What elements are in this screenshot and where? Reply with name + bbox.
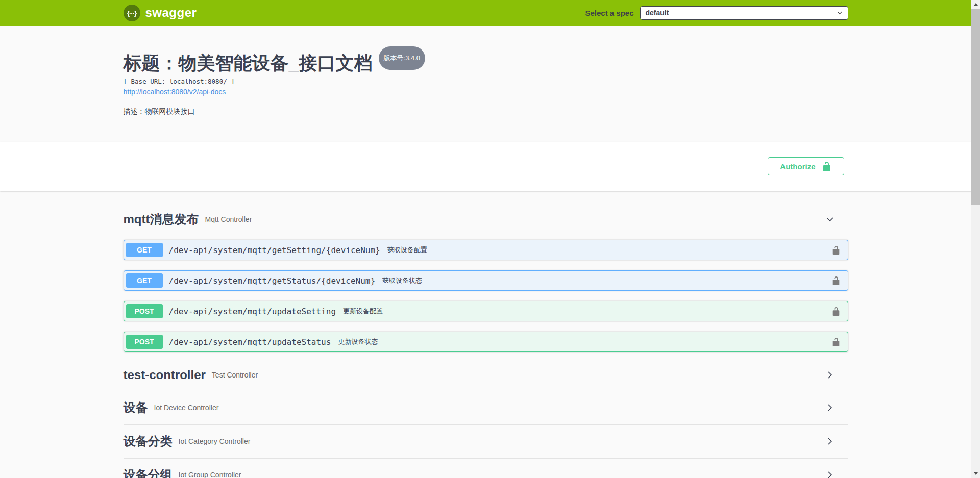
chevron-down-icon xyxy=(837,10,843,16)
method-badge: POST xyxy=(126,335,163,349)
unlock-icon xyxy=(822,161,832,171)
lock-icon-button[interactable] xyxy=(831,337,841,346)
chevron-right-icon xyxy=(825,470,835,478)
operation-row-getStatus[interactable]: GET /dev-api/system/mqtt/getStatus/{devi… xyxy=(124,270,848,291)
info-section: 标题：物美智能设备_接口文档版本号:3.4.0 [ Base URL: loca… xyxy=(0,26,971,142)
section-title: 设备分组 xyxy=(124,467,173,478)
section-header-iot-group[interactable]: 设备分组 Iot Group Controller xyxy=(124,459,848,478)
swagger-logo-link[interactable]: {···} swagger xyxy=(124,5,197,21)
operation-row-updateSetting[interactable]: POST /dev-api/system/mqtt/updateSetting … xyxy=(124,301,848,321)
operations-list: mqtt消息发布 Mqtt Controller GET /dev-api/sy… xyxy=(124,191,848,478)
section-controller-name: Iot Group Controller xyxy=(179,471,241,478)
section-header-iot-category[interactable]: 设备分类 Iot Category Controller xyxy=(124,425,848,459)
version-badge: 版本号:3.4.0 xyxy=(379,46,426,70)
section-title: test-controller xyxy=(124,368,206,382)
lock-icon-button[interactable] xyxy=(831,307,841,316)
operation-row-getSetting[interactable]: GET /dev-api/system/mqtt/getSetting/{dev… xyxy=(124,240,848,260)
swagger-logo-icon: {···} xyxy=(124,5,140,21)
spec-select-dropdown[interactable]: default xyxy=(640,6,848,20)
method-badge: GET xyxy=(126,273,163,288)
triangle-down-icon xyxy=(974,472,978,475)
vertical-scrollbar[interactable] xyxy=(971,0,980,478)
operation-summary: 更新设备状态 xyxy=(338,337,378,346)
section-controller-name: Iot Device Controller xyxy=(154,404,219,412)
section-controller-name: Test Controller xyxy=(212,371,258,379)
triangle-up-icon xyxy=(974,3,978,6)
chevron-right-icon xyxy=(825,402,835,413)
scrollbar-thumb[interactable] xyxy=(971,9,980,205)
spec-selector-group: Select a spec default xyxy=(585,6,848,20)
api-title-text: 标题：物美智能设备_接口文档 xyxy=(124,53,373,73)
method-badge: GET xyxy=(126,243,163,257)
swagger-logo-text: swagger xyxy=(145,6,197,20)
section-title: 设备分类 xyxy=(124,433,173,449)
swagger-ui-page: {···} swagger Select a spec default 标题：物… xyxy=(0,0,971,478)
spec-select-value: default xyxy=(646,9,669,17)
operation-path: /dev-api/system/mqtt/getStatus/{deviceNu… xyxy=(169,276,376,286)
section-title: 设备 xyxy=(124,399,148,416)
authorize-button[interactable]: Authorize xyxy=(768,157,844,175)
operation-path: /dev-api/system/mqtt/updateSetting xyxy=(169,307,336,316)
method-badge: POST xyxy=(126,304,163,318)
scrollbar-down-button[interactable] xyxy=(971,469,980,478)
scrollbar-up-button[interactable] xyxy=(971,0,980,9)
operation-summary: 获取设备状态 xyxy=(382,276,422,285)
topbar: {···} swagger Select a spec default xyxy=(0,0,971,26)
lock-icon-button[interactable] xyxy=(831,245,841,255)
operation-rows: GET /dev-api/system/mqtt/getSetting/{dev… xyxy=(124,231,848,360)
operation-row-updateStatus[interactable]: POST /dev-api/system/mqtt/updateStatus 更… xyxy=(124,332,848,352)
operation-summary: 获取设备配置 xyxy=(387,245,427,255)
section-header-test-controller[interactable]: test-controller Test Controller xyxy=(124,360,848,391)
scheme-container: Authorize xyxy=(0,142,971,191)
chevron-right-icon xyxy=(825,436,835,446)
section-header-mqtt[interactable]: mqtt消息发布 Mqtt Controller xyxy=(124,209,848,231)
base-url: [ Base URL: localhost:8080/ ] xyxy=(124,78,848,85)
authorize-button-label: Authorize xyxy=(780,162,815,171)
section-controller-name: Iot Category Controller xyxy=(179,437,251,445)
api-docs-link[interactable]: http://localhost:8080/v2/api-docs xyxy=(124,88,226,96)
spec-select-label: Select a spec xyxy=(585,9,633,17)
chevron-down-icon xyxy=(825,214,835,224)
operation-summary: 更新设备配置 xyxy=(343,307,383,316)
operation-path: /dev-api/system/mqtt/getSetting/{deviceN… xyxy=(169,245,380,255)
lock-icon-button[interactable] xyxy=(831,276,841,285)
api-title: 标题：物美智能设备_接口文档版本号:3.4.0 xyxy=(124,49,848,73)
operation-path: /dev-api/system/mqtt/updateStatus xyxy=(169,337,331,347)
section-controller-name: Mqtt Controller xyxy=(205,215,252,223)
section-title: mqtt消息发布 xyxy=(124,211,199,228)
chevron-right-icon xyxy=(825,370,835,380)
section-header-iot-device[interactable]: 设备 Iot Device Controller xyxy=(124,391,848,425)
api-description: 描述：物联网模块接口 xyxy=(124,107,848,116)
